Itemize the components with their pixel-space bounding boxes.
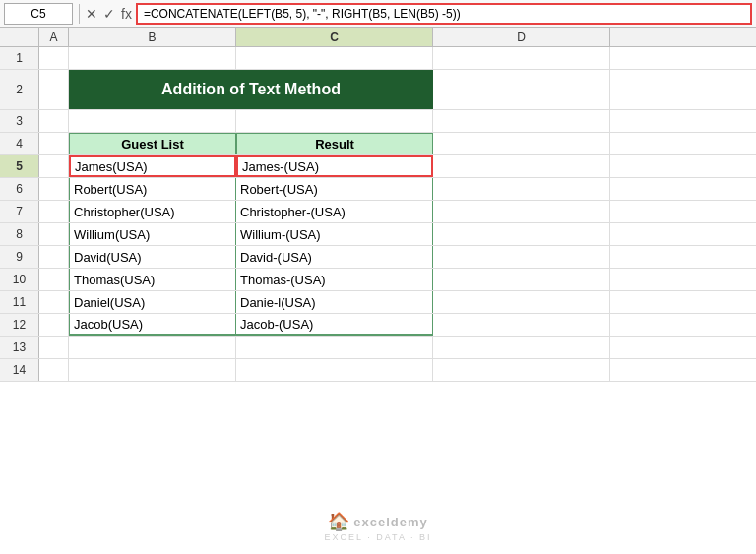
- cell-a13[interactable]: [39, 337, 69, 358]
- grid-row: 5 James(USA) James-(USA): [0, 155, 756, 178]
- grid-body: 1 2 Addition of Text Method 3 4: [0, 47, 756, 554]
- cell-b5[interactable]: James(USA): [69, 155, 236, 177]
- cell-b7[interactable]: Christopher(USA): [69, 201, 236, 222]
- cell-c5[interactable]: James-(USA): [236, 155, 433, 177]
- cancel-icon[interactable]: ✕: [86, 6, 97, 22]
- cell-b3[interactable]: [69, 110, 236, 132]
- cell-d8[interactable]: [433, 223, 610, 245]
- cell-b10[interactable]: Thomas(USA): [69, 269, 236, 290]
- grid-row: 13: [0, 337, 756, 359]
- cell-b6[interactable]: Robert(USA): [69, 178, 236, 200]
- row-num-14: 14: [0, 359, 39, 381]
- cell-c3[interactable]: [236, 110, 433, 132]
- grid-row: 1: [0, 47, 756, 70]
- cell-d14[interactable]: [433, 359, 610, 381]
- cell-c10[interactable]: Thomas-(USA): [236, 269, 433, 290]
- cell-a14[interactable]: [39, 359, 69, 381]
- cell-d6[interactable]: [433, 178, 610, 200]
- grid-row: 2 Addition of Text Method: [0, 70, 756, 110]
- spreadsheet: A B C D 1 2 Addition of Text Method: [0, 28, 756, 554]
- cell-b13[interactable]: [69, 337, 236, 358]
- cell-d4[interactable]: [433, 133, 610, 154]
- grid-row: 9 David(USA) David-(USA): [0, 246, 756, 269]
- row-num-7: 7: [0, 201, 39, 222]
- cell-d1[interactable]: [433, 47, 610, 69]
- cell-a7[interactable]: [39, 201, 69, 222]
- formula-bar-divider: [79, 4, 80, 24]
- cell-ref-label: C5: [31, 7, 45, 21]
- watermark-name: exceldemy: [353, 515, 428, 529]
- cell-a2[interactable]: [39, 70, 69, 109]
- cell-b12[interactable]: Jacob(USA): [69, 314, 236, 336]
- row-num-3: 3: [0, 110, 39, 132]
- cell-c7[interactable]: Christopher-(USA): [236, 201, 433, 222]
- col-header-b[interactable]: B: [69, 28, 236, 46]
- cell-reference-box[interactable]: C5: [4, 3, 73, 25]
- row-num-2: 2: [0, 70, 39, 109]
- cell-d13[interactable]: [433, 337, 610, 358]
- cell-d11[interactable]: [433, 291, 610, 313]
- watermark: 🏠 exceldemy EXCEL · DATA · BI: [325, 511, 432, 542]
- grid-row: 8 Willium(USA) Willium-(USA): [0, 223, 756, 246]
- row-num-8: 8: [0, 223, 39, 245]
- grid-row: 10 Thomas(USA) Thomas-(USA): [0, 269, 756, 291]
- cell-a9[interactable]: [39, 246, 69, 268]
- title-cell: Addition of Text Method: [69, 70, 433, 109]
- cell-a11[interactable]: [39, 291, 69, 313]
- cell-c6[interactable]: Robert-(USA): [236, 178, 433, 200]
- row-num-9: 9: [0, 246, 39, 268]
- grid-row: 4 Guest List Result: [0, 133, 756, 155]
- col-header-a[interactable]: A: [39, 28, 69, 46]
- cell-b4-header[interactable]: Guest List: [69, 133, 236, 154]
- cell-b14[interactable]: [69, 359, 236, 381]
- row-num-4: 4: [0, 133, 39, 154]
- cell-c9[interactable]: David-(USA): [236, 246, 433, 268]
- cell-a10[interactable]: [39, 269, 69, 290]
- cell-a6[interactable]: [39, 178, 69, 200]
- row-num-header-corner: [0, 28, 39, 46]
- confirm-icon[interactable]: ✓: [103, 6, 115, 22]
- cell-c13[interactable]: [236, 337, 433, 358]
- cell-c11[interactable]: Danie-l(USA): [236, 291, 433, 313]
- watermark-icon: 🏠: [328, 511, 349, 532]
- cell-a4[interactable]: [39, 133, 69, 154]
- cell-a3[interactable]: [39, 110, 69, 132]
- watermark-sub: EXCEL · DATA · BI: [325, 532, 432, 542]
- cell-c12[interactable]: Jacob-(USA): [236, 314, 433, 336]
- formula-bar: C5 ✕ ✓ fx: [0, 0, 756, 28]
- cell-d12[interactable]: [433, 314, 610, 336]
- fx-icon[interactable]: fx: [121, 6, 132, 22]
- column-headers: A B C D: [0, 28, 756, 47]
- grid-row: 6 Robert(USA) Robert-(USA): [0, 178, 756, 201]
- row-num-13: 13: [0, 337, 39, 358]
- cell-d2[interactable]: [433, 70, 610, 109]
- cell-c14[interactable]: [236, 359, 433, 381]
- row-num-6: 6: [0, 178, 39, 200]
- cell-c4-header[interactable]: Result: [236, 133, 433, 154]
- cell-c8[interactable]: Willium-(USA): [236, 223, 433, 245]
- cell-a12[interactable]: [39, 314, 69, 336]
- grid-row: 14: [0, 359, 756, 382]
- cell-c1[interactable]: [236, 47, 433, 69]
- formula-input[interactable]: [136, 3, 752, 25]
- row-num-11: 11: [0, 291, 39, 313]
- cell-d9[interactable]: [433, 246, 610, 268]
- formula-icons: ✕ ✓ fx: [86, 6, 132, 22]
- grid-row: 3: [0, 110, 756, 133]
- cell-a1[interactable]: [39, 47, 69, 69]
- cell-a5[interactable]: [39, 155, 69, 177]
- cell-b9[interactable]: David(USA): [69, 246, 236, 268]
- cell-b8[interactable]: Willium(USA): [69, 223, 236, 245]
- cell-d7[interactable]: [433, 201, 610, 222]
- col-header-d[interactable]: D: [433, 28, 610, 46]
- col-header-c[interactable]: C: [236, 28, 433, 46]
- cell-b11[interactable]: Daniel(USA): [69, 291, 236, 313]
- cell-b1[interactable]: [69, 47, 236, 69]
- row-num-10: 10: [0, 269, 39, 290]
- cell-a8[interactable]: [39, 223, 69, 245]
- cell-d3[interactable]: [433, 110, 610, 132]
- row-num-5: 5: [0, 155, 39, 177]
- cell-d10[interactable]: [433, 269, 610, 290]
- row-num-12: 12: [0, 314, 39, 336]
- cell-d5[interactable]: [433, 155, 610, 177]
